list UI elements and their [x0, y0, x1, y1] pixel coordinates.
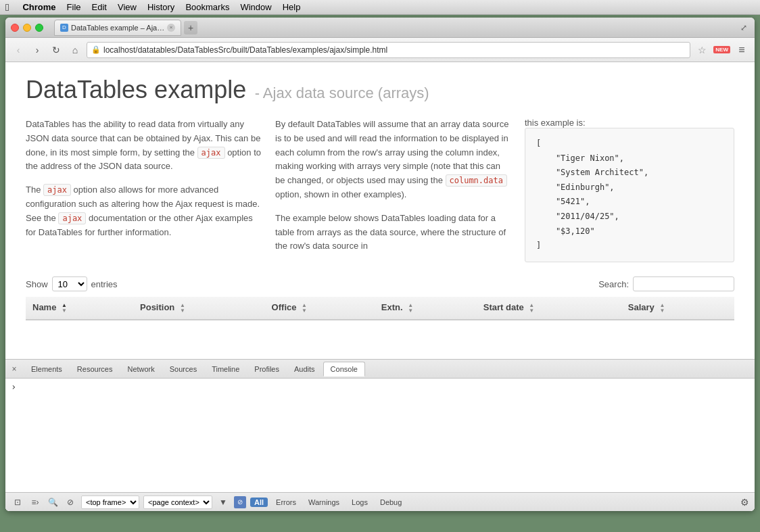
th-office[interactable]: Office ▲ ▼ [265, 297, 375, 320]
address-bar[interactable]: 🔒 localhost/datatables/DataTablesSrc/bui… [87, 42, 690, 58]
back-button[interactable]: ‹ [11, 43, 26, 57]
menubar-bookmarks[interactable]: Bookmarks [185, 2, 229, 12]
col-middle-p2: The example below shows DataTables loadi… [275, 212, 511, 253]
ajax-code-1: ajax [197, 147, 225, 159]
devtools-warnings-label[interactable]: Warnings [304, 497, 343, 508]
console-caret-icon: › [11, 381, 16, 392]
devtools-close-button[interactable]: × [8, 363, 20, 375]
minimize-button[interactable] [23, 24, 31, 32]
bookmark-star-button[interactable]: ☆ [694, 43, 709, 57]
title-bar: D DataTables example – Aja… × + ⤢ [5, 18, 755, 38]
menubar-file[interactable]: File [67, 2, 81, 12]
devtools-logs-label[interactable]: Logs [348, 497, 372, 508]
forward-button[interactable]: › [30, 43, 45, 57]
devtools-context-select[interactable]: <page context> [143, 495, 212, 509]
dt-show: Show 10 25 50 100 entries [26, 276, 118, 291]
devtools-context-arrow[interactable]: ▼ [216, 495, 230, 509]
col-right-intro: this example is: [525, 118, 586, 128]
sort-icons-extn: ▲ ▼ [408, 303, 413, 314]
column-data-code: column.data [446, 174, 507, 187]
devtools-tab-network[interactable]: Network [120, 362, 161, 377]
page-subtitle: - Ajax data source (arrays) [255, 84, 429, 101]
tab-bar: D DataTables example – Aja… × + [54, 20, 733, 36]
devtools-dock-button[interactable]: ⊡ [11, 495, 24, 509]
window-expand-button[interactable]: ⤢ [738, 22, 749, 33]
col-left-p2: The ajax option also allows for more adv… [26, 183, 262, 239]
new-badge: NEW [713, 46, 730, 53]
sort-icons-name: ▲ ▼ [62, 303, 67, 314]
th-extn[interactable]: Extn. ▲ ▼ [375, 297, 477, 320]
dt-controls: Show 10 25 50 100 entries Search: [26, 276, 734, 291]
devtools-all-badge[interactable]: All [250, 498, 268, 507]
sort-down-icon: ▼ [62, 308, 67, 314]
devtools: × Elements Resources Network Sources Tim… [5, 359, 755, 511]
tab-close-button[interactable]: × [167, 24, 175, 32]
devtools-console-button[interactable]: ≡› [28, 495, 42, 509]
col-left: DataTables has the ability to read data … [26, 118, 262, 263]
th-position[interactable]: Position ▲ ▼ [133, 297, 265, 320]
col-right: this example is: [ "Tiger Nixon", "Syste… [525, 118, 734, 263]
menubar-view[interactable]: View [118, 2, 137, 12]
page-title-area: DataTables example - Ajax data source (a… [26, 76, 734, 104]
col-middle-p1: By default DataTables will assume that a… [275, 118, 511, 202]
devtools-tab-audits[interactable]: Audits [287, 362, 322, 377]
show-label: Show [26, 279, 48, 289]
browser-window: D DataTables example – Aja… × + ⤢ ‹ › ↻ … [5, 18, 755, 511]
devtools-bottombar: ⊡ ≡› 🔍 ⊘ <top frame> <page context> ▼ ⊘ … [5, 492, 755, 511]
devtools-console-content: › [5, 379, 755, 492]
console-prompt: › [11, 381, 749, 392]
new-tab-button[interactable]: + [184, 21, 197, 34]
home-button[interactable]: ⌂ [68, 43, 82, 57]
devtools-tabs: × Elements Resources Network Sources Tim… [5, 360, 755, 379]
devtools-tab-resources[interactable]: Resources [70, 362, 120, 377]
devtools-debug-label[interactable]: Debug [376, 497, 406, 508]
traffic-lights [11, 24, 43, 32]
menubar-history[interactable]: History [147, 2, 174, 12]
address-text: localhost/datatables/DataTablesSrc/built… [103, 45, 686, 55]
devtools-gear-icon[interactable]: ⚙ [740, 497, 749, 508]
devtools-tab-sources[interactable]: Sources [163, 362, 204, 377]
maximize-button[interactable] [35, 24, 43, 32]
th-salary[interactable]: Salary ▲ ▼ [621, 297, 734, 320]
devtools-errors-label[interactable]: Errors [272, 497, 300, 508]
menubar-chrome[interactable]: Chrome [22, 2, 55, 12]
devtools-frame-select[interactable]: <top frame> [81, 495, 139, 509]
devtools-filter-icon[interactable]: ⊘ [234, 496, 246, 508]
page-content: DataTables example - Ajax data source (a… [5, 62, 755, 359]
col-middle: By default DataTables will assume that a… [275, 118, 511, 263]
search-label: Search: [598, 279, 629, 289]
tab-favicon: D [60, 24, 68, 32]
dt-search: Search: [598, 276, 734, 291]
search-input[interactable] [633, 276, 734, 291]
menubar-edit[interactable]: Edit [92, 2, 107, 12]
devtools-tab-profiles[interactable]: Profiles [247, 362, 286, 377]
ajax-code-2: ajax [43, 184, 71, 196]
apple-logo[interactable]:  [5, 1, 9, 13]
th-startdate[interactable]: Start date ▲ ▼ [477, 297, 621, 320]
devtools-tab-console[interactable]: Console [323, 362, 365, 377]
page-title: DataTables example [26, 76, 246, 103]
devtools-block-button[interactable]: ⊘ [64, 495, 77, 509]
content-columns: DataTables has the ability to read data … [26, 118, 734, 263]
devtools-tab-elements[interactable]: Elements [24, 362, 69, 377]
menubar-help[interactable]: Help [283, 2, 301, 12]
address-lock-icon: 🔒 [91, 45, 101, 54]
entries-select[interactable]: 10 25 50 100 [52, 276, 87, 291]
sort-icons-salary: ▲ ▼ [659, 303, 665, 314]
table-header-row: Name ▲ ▼ Position ▲ ▼ [26, 297, 734, 320]
menu-button[interactable]: ≡ [734, 43, 749, 57]
devtools-tab-timeline[interactable]: Timeline [205, 362, 246, 377]
sort-icons-startdate: ▲ ▼ [529, 303, 534, 314]
sort-icons-office: ▲ ▼ [302, 303, 307, 314]
tab-title: DataTables example – Aja… [71, 24, 164, 32]
reload-button[interactable]: ↻ [49, 43, 64, 57]
browser-tab[interactable]: D DataTables example – Aja… × [54, 20, 181, 36]
entries-label: entries [91, 279, 118, 289]
menubar-window[interactable]: Window [240, 2, 271, 12]
ajax-code-3: ajax [58, 212, 86, 224]
close-button[interactable] [11, 24, 19, 32]
th-name[interactable]: Name ▲ ▼ [26, 297, 133, 320]
devtools-search-button[interactable]: 🔍 [46, 495, 60, 509]
sort-icons-position: ▲ ▼ [180, 303, 185, 314]
code-block: [ "Tiger Nixon", "System Architect", "Ed… [525, 128, 734, 262]
